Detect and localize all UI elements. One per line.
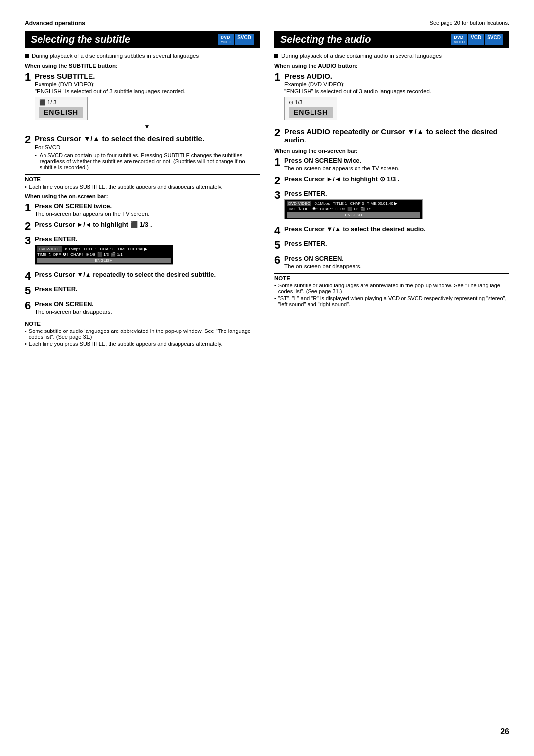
step2-title: Press Cursor ▼/▲ to select the desired s… (35, 134, 260, 142)
audio-column: Selecting the audio DVDVIDEO VCD SVCD Du… (274, 31, 509, 351)
subtitle-display-box: ⬛ 1/ 3 ENGLISH (35, 97, 88, 120)
onscreen-step-num-2: 2 (25, 221, 35, 232)
note1-item: • Each time you press SUBTITLE, the subt… (25, 184, 260, 189)
onscreen-step-num-4: 4 (25, 271, 35, 282)
audio-badges: DVDVIDEO VCD SVCD (451, 34, 503, 45)
audio-display-box: ⊙ 1/3 ENGLISH (284, 97, 337, 120)
audio-step1-title: Press AUDIO. (284, 72, 509, 80)
osd-english-subtitle: ENGLISH (37, 258, 171, 263)
audio-step1-example-label: Example (DVD VIDEO): (284, 81, 509, 87)
main-columns: Selecting the subtitle DVDVIDEO SVCD Dur… (25, 31, 509, 351)
when-onscreen-bar-label: When using the on-screen bar: (25, 193, 260, 199)
note1-title: NOTE (25, 174, 260, 182)
for-svcd: For SVCD (35, 144, 260, 150)
subtitle-english-display: ENGLISH (39, 107, 83, 118)
note2-item2: • Each time you press SUBTITLE, the subt… (25, 341, 260, 347)
audio-note1-title: NOTE (274, 273, 509, 281)
audio-note1: NOTE • Some subtitle or audio languages … (274, 273, 509, 307)
audio-step-num-2: 2 (274, 127, 284, 138)
when-subtitle-button-label: When using the SUBTITLE button: (25, 63, 260, 69)
audio-onscreen-step1-desc: The on-screen bar appears on the TV scre… (284, 165, 509, 171)
osd-row2: TIME ↻ OFF ❶↑ CHAP↑ ⊙ 1/8 ⬛ 1/3 🎬 1/1 (37, 252, 171, 257)
onscreen-step6-title: Press ON SCREEN. (35, 300, 260, 308)
audio-onscreen-step-num-4: 4 (274, 225, 284, 236)
audio-step2: 2 Press AUDIO repeatedly or Cursor ▼/▲ t… (274, 127, 509, 144)
audio-step-num-1: 1 (274, 72, 284, 83)
note2-title: NOTE (25, 319, 260, 327)
audio-note1-item2: • "ST", "L" and "R" is displayed when pl… (274, 295, 509, 307)
audio-onscreen-step6-desc: The on-screen bar disappears. (284, 263, 509, 269)
audio-bullet-icon (274, 54, 278, 58)
step-num-2: 2 (25, 134, 35, 145)
osd-row1: DVD-VIDEO 6.1Mbps TITLE 1 CHAP 3 TIME 00… (37, 246, 171, 252)
step1-example-label: Example (DVD VIDEO): (35, 81, 260, 87)
audio-onscreen-step-num-1: 1 (274, 157, 284, 168)
arrow-down: ▼ (35, 123, 260, 130)
subtitle-step2: 2 Press Cursor ▼/▲ to select the desired… (25, 134, 260, 170)
subtitle-onscreen-step4: 4 Press Cursor ▼/▲ repeatedly to select … (25, 271, 260, 282)
audio-onscreen-step3: 3 Press ENTER. DVD-VIDEO 6.1Mbps TITLE 1… (274, 190, 509, 221)
osd-bar-subtitle: DVD-VIDEO 6.1Mbps TITLE 1 CHAP 3 TIME 00… (35, 245, 173, 265)
audio-when-onscreen-bar-label: When using the on-screen bar: (274, 148, 509, 154)
audio-onscreen-step-num-6: 6 (274, 255, 284, 266)
audio-onscreen-step5-title: Press ENTER. (284, 240, 509, 247)
audio-onscreen-step4: 4 Press Cursor ▼/▲ to select the desired… (274, 225, 509, 236)
osd-english-audio: ENGLISH (287, 212, 420, 218)
audio-section-title: Selecting the audio DVDVIDEO VCD SVCD (274, 31, 509, 48)
onscreen-step3-title: Press ENTER. (35, 236, 260, 243)
osd-bar-audio: DVD-VIDEO 6.1Mbps TITLE 1 CHAP 3 TIME 00… (284, 199, 423, 219)
track-info: ⬛ 1/ 3 (39, 99, 83, 106)
audio-onscreen-step1: 1 Press ON SCREEN twice. The on-screen b… (274, 157, 509, 171)
onscreen-step1-desc: The on-screen bar appears on the TV scre… (35, 211, 260, 217)
audio-onscreen-step4-title: Press Cursor ▼/▲ to select the desired a… (284, 225, 509, 233)
subtitle-onscreen-step3: 3 Press ENTER. DVD-VIDEO 6.1Mbps TITLE 1… (25, 236, 260, 267)
onscreen-step6-desc: The on-screen bar disappears. (35, 309, 260, 315)
audio-step1-example-text: "ENGLISH" is selected out of 3 audio lan… (284, 88, 509, 94)
subtitle-badges: DVDVIDEO SVCD (218, 34, 254, 45)
page-ref: See page 20 for button locations. (430, 20, 509, 26)
for-svcd-bullet: • An SVCD can contain up to four subtitl… (35, 152, 260, 170)
step1-title: Press SUBTITLE. (35, 72, 260, 80)
audio-track-info: ⊙ 1/3 (289, 99, 333, 106)
audio-onscreen-step5: 5 Press ENTER. (274, 240, 509, 251)
subtitle-onscreen-step2: 2 Press Cursor ►/◄ to highlight ⬛ 1/3 . (25, 221, 260, 232)
audio-intro: During playback of a disc containing aud… (274, 53, 509, 59)
subtitle-column: Selecting the subtitle DVDVIDEO SVCD Dur… (25, 31, 260, 351)
badge-dvd: DVDVIDEO (218, 34, 234, 45)
audio-step1: 1 Press AUDIO. Example (DVD VIDEO): "ENG… (274, 72, 509, 123)
subtitle-onscreen-step5: 5 Press ENTER. (25, 285, 260, 296)
onscreen-step-num-6: 6 (25, 300, 35, 311)
onscreen-step-num-1: 1 (25, 202, 35, 213)
audio-onscreen-step-num-2: 2 (274, 175, 284, 186)
subtitle-intro: During playback of a disc containing sub… (25, 53, 260, 59)
audio-onscreen-step2: 2 Press Cursor ►/◄ to highlight ⊙ 1/3 . (274, 175, 509, 186)
audio-onscreen-step3-title: Press ENTER. (284, 190, 509, 197)
step-num-1: 1 (25, 72, 35, 83)
audio-badge-svcd: SVCD (485, 34, 503, 45)
subtitle-section-title: Selecting the subtitle DVDVIDEO SVCD (25, 31, 260, 48)
audio-badge-dvd: DVDVIDEO (451, 34, 467, 45)
onscreen-step-num-5: 5 (25, 285, 35, 296)
audio-onscreen-step-num-3: 3 (274, 190, 284, 201)
onscreen-step2-title: Press Cursor ►/◄ to highlight ⬛ 1/3 . (35, 221, 260, 228)
onscreen-step5-title: Press ENTER. (35, 285, 260, 293)
audio-osd-row2: TIME ↻ OFF ❶↑ CHAP↑ ⊙ 1/3 ⬛ 1/3 🎬 1/1 (287, 207, 420, 211)
audio-onscreen-step6: 6 Press ON SCREEN. The on-screen bar dis… (274, 255, 509, 269)
page-number: 26 (500, 727, 509, 736)
audio-onscreen-step1-title: Press ON SCREEN twice. (284, 157, 509, 164)
top-header: Advanced operations See page 20 for butt… (25, 20, 509, 27)
badge-svcd: SVCD (235, 34, 254, 45)
audio-osd-row1: DVD-VIDEO 6.1Mbps TITLE 1 CHAP 3 TIME 00… (287, 201, 420, 206)
audio-step2-title: Press AUDIO repeatedly or Cursor ▼/▲ to … (284, 127, 509, 144)
subtitle-onscreen-step1: 1 Press ON SCREEN twice. The on-screen b… (25, 202, 260, 217)
audio-badge-vcd: VCD (468, 34, 484, 45)
note2-item1: • Some subtitle or audio languages are a… (25, 328, 260, 340)
onscreen-step1-title: Press ON SCREEN twice. (35, 202, 260, 210)
subtitle-note1: NOTE • Each time you press SUBTITLE, the… (25, 174, 260, 189)
subtitle-step1: 1 Press SUBTITLE. Example (DVD VIDEO): "… (25, 72, 260, 130)
audio-onscreen-step6-title: Press ON SCREEN. (284, 255, 509, 262)
section-label: Advanced operations (25, 20, 85, 27)
step1-example-text: "ENGLISH" is selected out of 3 subtitle … (35, 88, 260, 94)
subtitle-note2: NOTE • Some subtitle or audio languages … (25, 319, 260, 347)
onscreen-step4-title: Press Cursor ▼/▲ repeatedly to select th… (35, 271, 260, 278)
